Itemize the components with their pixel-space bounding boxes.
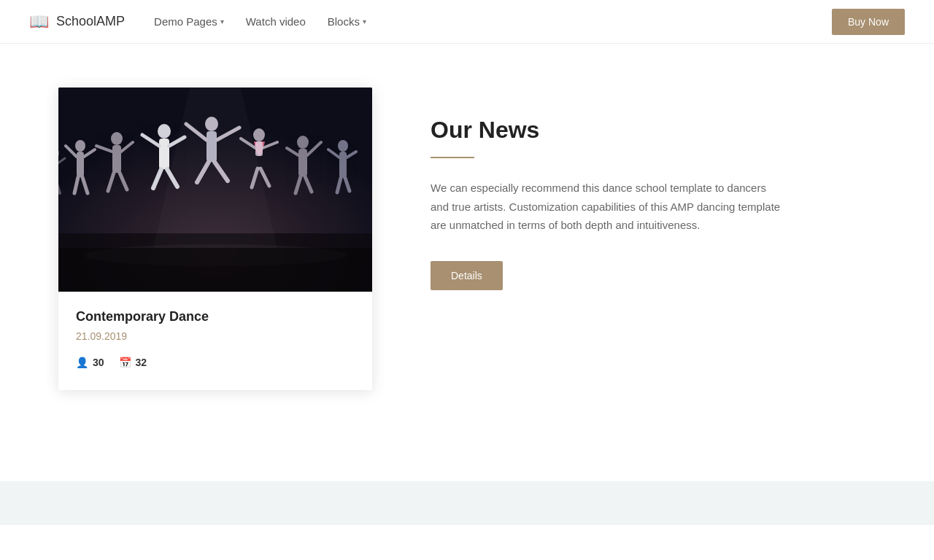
calendar-meta: 📅 32 xyxy=(119,357,147,368)
card-date: 21.09.2019 xyxy=(76,330,355,342)
brand-icon: 📖 xyxy=(29,12,49,31)
card-image xyxy=(58,88,372,292)
section-description: We can especially recommend this dance s… xyxy=(431,179,781,235)
svg-point-27 xyxy=(253,128,265,141)
brand-name: SchoolAMP xyxy=(56,14,125,29)
calendar-count: 32 xyxy=(136,357,147,368)
participants-meta: 👤 30 xyxy=(76,357,104,368)
svg-point-15 xyxy=(158,124,171,139)
nav-demo-pages-label: Demo Pages xyxy=(154,15,217,28)
card-body: Contemporary Dance 21.09.2019 👤 30 📅 32 xyxy=(58,292,372,390)
demo-pages-dropdown-icon: ▾ xyxy=(220,18,224,26)
navbar-right: Buy Now xyxy=(832,9,905,35)
svg-rect-16 xyxy=(159,139,169,169)
brand-logo[interactable]: 📖 SchoolAMP xyxy=(29,12,125,31)
svg-rect-34 xyxy=(298,149,307,176)
svg-rect-4 xyxy=(77,152,84,177)
participants-count: 30 xyxy=(93,357,104,368)
blocks-dropdown-icon: ▾ xyxy=(363,18,366,26)
person-icon: 👤 xyxy=(76,357,88,368)
calendar-icon: 📅 xyxy=(119,357,131,368)
news-section: Our News We can especially recommend thi… xyxy=(431,88,876,290)
nav-demo-pages[interactable]: Demo Pages ▾ xyxy=(154,15,224,28)
svg-point-39 xyxy=(338,140,348,152)
nav-watch-video-label: Watch video xyxy=(246,15,306,28)
svg-point-3 xyxy=(75,140,85,152)
svg-rect-40 xyxy=(339,152,347,178)
buy-now-button[interactable]: Buy Now xyxy=(832,9,905,35)
nav-links: Demo Pages ▾ Watch video Blocks ▾ xyxy=(154,15,832,28)
svg-point-9 xyxy=(111,132,123,145)
navbar: 📖 SchoolAMP Demo Pages ▾ Watch video Blo… xyxy=(0,0,934,44)
svg-rect-51 xyxy=(58,248,372,292)
details-button[interactable]: Details xyxy=(431,261,503,290)
main-content: Contemporary Dance 21.09.2019 👤 30 📅 32 … xyxy=(0,44,934,481)
svg-rect-10 xyxy=(112,145,121,173)
footer-strip xyxy=(0,481,934,525)
nav-blocks[interactable]: Blocks ▾ xyxy=(328,15,366,28)
news-card: Contemporary Dance 21.09.2019 👤 30 📅 32 xyxy=(58,88,372,390)
section-divider xyxy=(431,157,474,158)
card-title: Contemporary Dance xyxy=(76,309,355,324)
svg-point-33 xyxy=(297,136,309,149)
card-meta: 👤 30 📅 32 xyxy=(76,357,355,368)
dance-scene-svg xyxy=(58,88,372,292)
section-heading: Our News xyxy=(431,117,876,144)
nav-blocks-label: Blocks xyxy=(328,15,360,28)
nav-watch-video[interactable]: Watch video xyxy=(246,15,306,28)
